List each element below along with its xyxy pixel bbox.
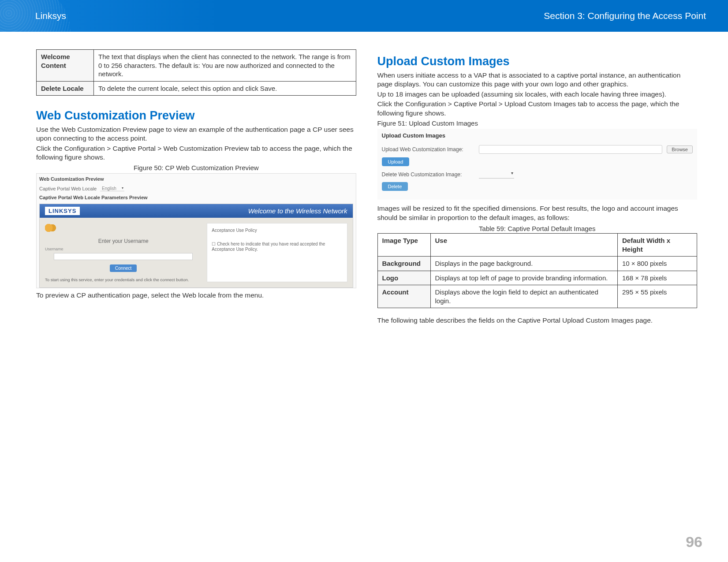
locale-label: Captive Portal Web Locale xyxy=(39,186,97,191)
delete-select[interactable] xyxy=(479,171,514,179)
instruction-text: To start using this service, enter your … xyxy=(45,277,202,282)
table-caption: Table 59: Captive Portal Default Images xyxy=(377,225,698,232)
cell-dim: 10 × 800 pixels xyxy=(618,257,697,271)
right-column: Upload Custom Images When users initiate… xyxy=(377,49,698,326)
username-input[interactable] xyxy=(54,253,193,260)
preview-left-pane: Enter your Username Username Connect To … xyxy=(40,218,207,287)
cell-type: Background xyxy=(377,257,430,271)
policy-checkbox-label[interactable]: Check here to indicate that you have rea… xyxy=(212,242,342,252)
upload-button[interactable]: Upload xyxy=(382,157,410,166)
upload-file-field[interactable] xyxy=(479,145,663,154)
body-text: To preview a CP authentication page, sel… xyxy=(36,291,356,300)
delete-label: Delete Web Customization Image: xyxy=(382,171,474,178)
body-text: Click the Configuration > Captive Portal… xyxy=(36,144,356,162)
table-row: Account Displays above the login field t… xyxy=(377,285,697,308)
default-images-table: Image Type Use Default Width x Height Ba… xyxy=(377,233,698,308)
policy-title: Acceptance Use Policy xyxy=(212,228,342,233)
col-dimensions: Default Width x Height xyxy=(618,234,697,257)
delete-button[interactable]: Delete xyxy=(382,182,408,191)
linksys-logo: LINKSYS xyxy=(45,207,80,215)
cell-type: Account xyxy=(377,285,430,308)
browse-button[interactable]: Browse xyxy=(667,145,693,153)
connect-button[interactable]: Connect xyxy=(110,264,137,272)
def-label: Delete Locale xyxy=(37,81,94,96)
locale-row: Captive Portal Web Locale English xyxy=(39,186,353,191)
cell-type: Logo xyxy=(377,271,430,285)
figure-screenshot-preview: Web Customization Preview Captive Portal… xyxy=(36,173,356,288)
body-text: Use the Web Customization Preview page t… xyxy=(36,125,356,143)
section-heading-upload-images: Upload Custom Images xyxy=(377,55,698,68)
left-column: Welcome Content The text that displays w… xyxy=(36,49,356,326)
page-number: 96 xyxy=(686,533,702,551)
table-row: Welcome Content The text that displays w… xyxy=(37,50,356,82)
username-label: Username xyxy=(45,247,202,251)
preview-right-pane: Acceptance Use Policy Check here to indi… xyxy=(207,223,347,282)
def-text: The text that displays when the client h… xyxy=(94,50,356,82)
cell-use: Displays at top left of page to provide … xyxy=(430,271,618,285)
preview-pane: LINKSYS Welcome to the Wireless Network … xyxy=(39,204,353,288)
section-title: Section 3: Configuring the Access Point xyxy=(544,11,706,21)
body-text: The following table describes the fields… xyxy=(377,316,698,325)
table-row: Delete Locale To delete the current loca… xyxy=(37,81,356,96)
page-header: Linksys Section 3: Configuring the Acces… xyxy=(0,0,728,32)
section-heading-web-preview: Web Customization Preview xyxy=(36,109,356,123)
def-label: Welcome Content xyxy=(37,50,94,82)
welcome-banner: Welcome to the Wireless Network xyxy=(248,207,347,215)
table-header-row: Image Type Use Default Width x Height xyxy=(377,234,697,257)
cell-use: Displays in the page background. xyxy=(430,257,618,271)
figure-caption: Figure 51: Upload Custom Images xyxy=(377,119,698,127)
preview-main: Enter your Username Username Connect To … xyxy=(40,218,353,287)
locale-select[interactable]: English xyxy=(100,186,124,191)
body-text: Images will be resized to fit the specif… xyxy=(377,204,698,222)
figure-caption: Figure 50: CP Web Customization Preview xyxy=(36,164,356,171)
preview-header-bar: LINKSYS Welcome to the Wireless Network xyxy=(40,204,353,218)
params-label: Captive Portal Web Locale Parameters Pre… xyxy=(39,195,353,200)
col-use: Use xyxy=(430,234,618,257)
enter-username-label: Enter your Username xyxy=(45,238,202,244)
figure-screenshot-upload: Upload Custom Images Upload Web Customiz… xyxy=(377,129,698,200)
delete-row: Delete Web Customization Image: xyxy=(382,171,693,179)
screenshot-title: Upload Custom Images xyxy=(382,132,693,139)
col-image-type: Image Type xyxy=(377,234,430,257)
cell-dim: 168 × 78 pixels xyxy=(618,271,697,285)
body-text: Up to 18 images can be uploaded (assumin… xyxy=(377,90,698,99)
table-row: Logo Displays at top left of page to pro… xyxy=(377,271,697,285)
account-icon xyxy=(45,223,57,233)
brand-name: Linksys xyxy=(35,11,66,21)
cell-use: Displays above the login field to depict… xyxy=(430,285,618,308)
table-row: Background Displays in the page backgrou… xyxy=(377,257,697,271)
page-body: Welcome Content The text that displays w… xyxy=(0,32,728,335)
upload-row: Upload Web Customization Image: Browse xyxy=(382,145,693,154)
body-text: Click the Configuration > Captive Portal… xyxy=(377,100,698,118)
screenshot-title: Web Customization Preview xyxy=(39,176,353,182)
cell-dim: 295 × 55 pixels xyxy=(618,285,697,308)
def-text: To delete the current locale, select thi… xyxy=(94,81,356,96)
body-text: When users initiate access to a VAP that… xyxy=(377,71,698,89)
upload-label: Upload Web Customization Image: xyxy=(382,146,474,153)
definitions-table: Welcome Content The text that displays w… xyxy=(36,49,356,96)
